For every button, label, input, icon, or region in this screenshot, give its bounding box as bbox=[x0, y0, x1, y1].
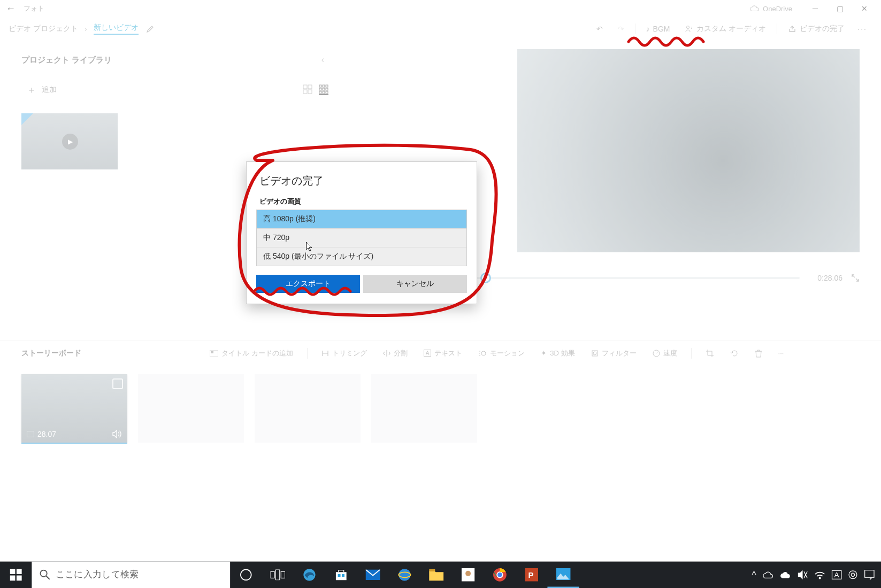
video-preview[interactable] bbox=[517, 49, 860, 252]
timeline-marker[interactable] bbox=[480, 273, 491, 283]
svg-rect-31 bbox=[338, 574, 341, 577]
redo-icon: ↷ bbox=[618, 25, 624, 33]
tray-cloud-icon[interactable] bbox=[763, 571, 773, 578]
svg-point-48 bbox=[851, 573, 854, 576]
taskbar-search[interactable]: ここに入力して検索 bbox=[32, 562, 230, 588]
network-icon[interactable] bbox=[814, 570, 825, 579]
quality-option-720p[interactable]: 中 720p bbox=[257, 229, 466, 247]
svg-rect-7 bbox=[326, 85, 328, 87]
crop-button[interactable] bbox=[700, 349, 719, 358]
delete-button[interactable] bbox=[749, 349, 768, 358]
filter-button[interactable]: フィルター bbox=[586, 349, 642, 358]
rotate-icon bbox=[730, 349, 739, 358]
more-button[interactable]: ··· bbox=[852, 25, 872, 33]
powerpoint-icon[interactable]: P bbox=[516, 562, 547, 588]
svg-rect-13 bbox=[326, 91, 328, 94]
motion-button[interactable]: モーション bbox=[473, 349, 530, 358]
export-icon bbox=[788, 25, 796, 33]
speed-icon bbox=[653, 350, 660, 357]
finish-video-dialog: ビデオの完了 ビデオの画質 高 1080p (推奨) 中 720p 低 540p… bbox=[246, 161, 477, 304]
add-media-button[interactable]: ＋ 追加 bbox=[21, 79, 62, 100]
title-bar: ← フォト OneDrive ─ ▢ ✕ bbox=[0, 0, 881, 17]
svg-rect-27 bbox=[271, 571, 274, 578]
volume-icon[interactable] bbox=[797, 570, 808, 579]
svg-rect-22 bbox=[17, 569, 22, 574]
trim-button[interactable]: トリミング bbox=[316, 349, 372, 358]
export-button[interactable]: エクスポート bbox=[256, 275, 360, 293]
minimize-button[interactable]: ─ bbox=[803, 0, 828, 17]
taskview-icon[interactable] bbox=[262, 562, 293, 588]
storyboard-slot-empty[interactable] bbox=[255, 374, 361, 443]
ime-icon[interactable]: A bbox=[831, 570, 841, 579]
custom-audio-button[interactable]: カスタム オーディオ bbox=[677, 24, 773, 34]
timeline-duration: 0:28.06 bbox=[808, 274, 842, 282]
explorer-icon[interactable] bbox=[420, 562, 452, 588]
speed-button[interactable]: 速度 bbox=[647, 349, 683, 358]
svg-point-18 bbox=[593, 352, 596, 355]
filter-icon bbox=[591, 350, 599, 357]
undo-button[interactable]: ↶ bbox=[589, 25, 610, 33]
ie-icon[interactable] bbox=[389, 562, 420, 588]
start-button[interactable] bbox=[0, 562, 32, 588]
app-icon[interactable] bbox=[452, 562, 484, 588]
library-title: プロジェクト ライブラリ bbox=[21, 55, 112, 65]
text-button[interactable]: A テキスト bbox=[418, 349, 468, 358]
bgm-button[interactable]: ♪ BGM bbox=[639, 25, 678, 33]
breadcrumb-current[interactable]: 新しいビデオ bbox=[94, 23, 139, 35]
edit-name-icon[interactable] bbox=[146, 25, 155, 33]
maximize-button[interactable]: ▢ bbox=[828, 0, 852, 17]
storyboard-clips: 28.07 bbox=[0, 366, 881, 451]
library-clip-thumb[interactable]: ▶ bbox=[21, 113, 118, 169]
split-icon bbox=[383, 350, 390, 357]
storyboard-slot-empty[interactable] bbox=[371, 374, 477, 443]
grid-small-icon[interactable] bbox=[319, 84, 328, 95]
rotate-button[interactable] bbox=[725, 349, 744, 358]
notification-icon[interactable] bbox=[864, 569, 875, 580]
storyboard-title: ストーリーボード bbox=[21, 349, 81, 358]
back-button[interactable]: ← bbox=[4, 2, 17, 15]
svg-rect-24 bbox=[17, 576, 22, 581]
split-button[interactable]: 分割 bbox=[378, 349, 413, 358]
edge-icon[interactable] bbox=[294, 562, 325, 588]
cancel-button[interactable]: キャンセル bbox=[363, 275, 467, 293]
quality-option-540p[interactable]: 低 540p (最小のファイル サイズ) bbox=[257, 247, 466, 266]
svg-point-34 bbox=[399, 569, 410, 581]
input-icon[interactable] bbox=[848, 570, 857, 579]
svg-text:P: P bbox=[528, 571, 534, 579]
search-placeholder: ここに入力して検索 bbox=[56, 569, 139, 581]
clip-checkbox[interactable] bbox=[112, 378, 123, 389]
dialog-quality-label: ビデオの画質 bbox=[247, 197, 477, 210]
system-tray[interactable]: ^ A bbox=[745, 569, 881, 580]
svg-rect-15 bbox=[211, 351, 213, 353]
clip-sound-icon[interactable] bbox=[112, 430, 122, 438]
storyboard-more-button[interactable]: ··· bbox=[773, 349, 790, 357]
dialog-title: ビデオの完了 bbox=[247, 162, 477, 197]
grid-large-icon[interactable] bbox=[303, 84, 312, 95]
storyboard-slot-empty[interactable] bbox=[138, 374, 244, 443]
tray-onedrive-icon[interactable] bbox=[780, 571, 791, 578]
redo-button[interactable]: ↷ bbox=[610, 25, 632, 33]
cortana-icon[interactable] bbox=[230, 562, 262, 588]
mail-icon[interactable] bbox=[357, 562, 388, 588]
plus-icon: ＋ bbox=[27, 83, 36, 96]
svg-rect-49 bbox=[865, 570, 874, 578]
photos-icon[interactable] bbox=[547, 562, 579, 588]
onedrive-button[interactable]: OneDrive bbox=[750, 5, 792, 13]
app-name: フォト bbox=[24, 4, 44, 13]
3d-effects-button[interactable]: ✦ 3D 効果 bbox=[535, 349, 580, 358]
store-icon[interactable] bbox=[325, 562, 357, 588]
tray-chevron-icon[interactable]: ^ bbox=[752, 569, 756, 580]
storyboard-clip[interactable]: 28.07 bbox=[21, 374, 127, 443]
collapse-library-button[interactable]: ‹ bbox=[317, 55, 328, 65]
finish-video-button[interactable]: ビデオの完了 bbox=[780, 24, 852, 34]
toolbar: ビデオ プロジェクト › 新しいビデオ ↶ ↷ ♪ BGM カスタム オーディオ… bbox=[0, 17, 881, 41]
chrome-icon[interactable] bbox=[484, 562, 516, 588]
title-card-button[interactable]: タイトル カードの追加 bbox=[204, 349, 298, 358]
svg-point-26 bbox=[241, 569, 251, 580]
svg-rect-9 bbox=[323, 88, 325, 90]
svg-rect-36 bbox=[429, 569, 435, 571]
quality-option-1080p[interactable]: 高 1080p (推奨) bbox=[257, 210, 466, 229]
close-button[interactable]: ✕ bbox=[852, 0, 877, 17]
breadcrumb-root[interactable]: ビデオ プロジェクト bbox=[9, 24, 78, 34]
fullscreen-icon[interactable] bbox=[851, 274, 860, 282]
